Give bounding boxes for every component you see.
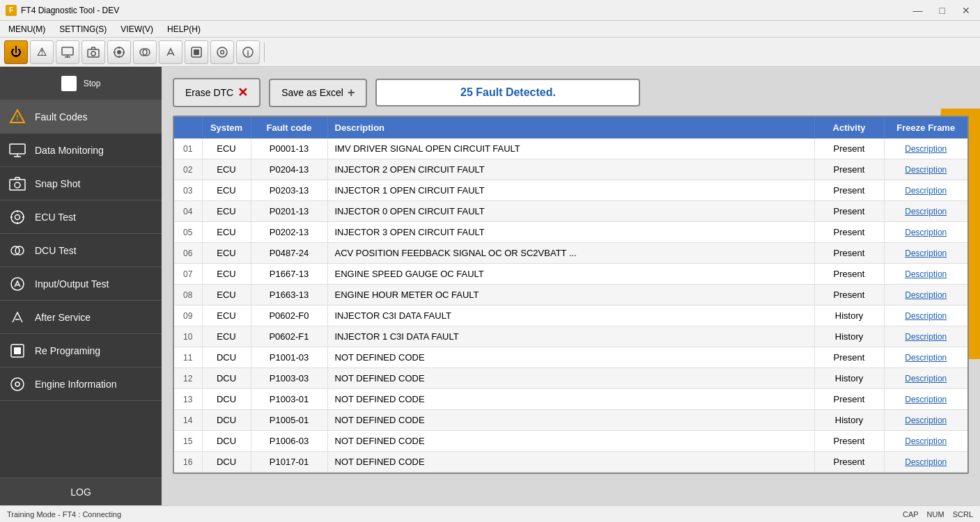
engine-information-icon <box>7 374 28 395</box>
table-row[interactable]: 11 DCU P1001-03 NOT DEFINED CODE Present… <box>174 347 967 368</box>
cell-freeze[interactable]: Description <box>884 368 967 389</box>
cell-description: INJECTOR 1 OPEN CIRCUIT FAULT <box>327 180 814 201</box>
ecu-test-button[interactable] <box>107 40 131 64</box>
cell-freeze[interactable]: Description <box>884 306 967 326</box>
cell-freeze[interactable]: Description <box>884 201 967 222</box>
table-row[interactable]: 03 ECU P0203-13 INJECTOR 1 OPEN CIRCUIT … <box>174 180 967 201</box>
sidebar-item-fault-codes[interactable]: ! Fault Codes <box>0 100 162 134</box>
cell-freeze[interactable]: Description <box>884 452 967 473</box>
freeze-frame-link[interactable]: Description <box>905 416 947 425</box>
freeze-frame-link[interactable]: Description <box>905 290 947 300</box>
maximize-button[interactable]: □ <box>935 3 949 17</box>
table-row[interactable]: 16 DCU P1017-01 NOT DEFINED CODE Present… <box>174 452 967 473</box>
cell-freeze[interactable]: Description <box>884 159 967 180</box>
freeze-frame-link[interactable]: Description <box>905 186 947 196</box>
table-row[interactable]: 08 ECU P1663-13 ENGINE HOUR METER OC FAU… <box>174 285 967 306</box>
svg-point-6 <box>117 50 121 54</box>
cell-freeze[interactable]: Description <box>884 285 967 306</box>
io-test-button[interactable] <box>159 40 182 64</box>
cell-num: 13 <box>174 389 202 410</box>
erase-dtc-button[interactable]: Erase DTC ✕ <box>173 78 260 107</box>
table-row[interactable]: 01 ECU P0001-13 IMV DRIVER SIGNAL OPEN C… <box>174 139 967 159</box>
table-row[interactable]: 10 ECU P0602-F1 INJECTOR 1 C3I DATA FAUL… <box>174 326 967 347</box>
table-row[interactable]: 14 DCU P1005-01 NOT DEFINED CODE History… <box>174 410 967 431</box>
freeze-frame-link[interactable]: Description <box>905 353 947 363</box>
cell-system: ECU <box>202 264 251 285</box>
menu-menu[interactable]: MENU(M) <box>3 23 51 35</box>
cell-system: ECU <box>202 326 251 347</box>
freeze-frame-link[interactable]: Description <box>905 311 947 321</box>
freeze-frame-link[interactable]: Description <box>905 165 947 175</box>
menu-view[interactable]: VIEW(V) <box>115 23 159 35</box>
table-row[interactable]: 13 DCU P1003-01 NOT DEFINED CODE Present… <box>174 389 967 410</box>
menu-help[interactable]: HELP(H) <box>162 23 206 35</box>
num-indicator: NUM <box>927 510 944 519</box>
power-button[interactable]: ⏻ <box>4 40 28 64</box>
freeze-frame-link[interactable]: Description <box>905 228 947 237</box>
dcu-test-button[interactable] <box>133 40 157 64</box>
cell-num: 02 <box>174 159 202 180</box>
cell-freeze[interactable]: Description <box>884 326 967 347</box>
sidebar-item-engine-information[interactable]: Engine Information <box>0 367 162 401</box>
freeze-frame-link[interactable]: Description <box>905 269 947 279</box>
table-row[interactable]: 04 ECU P0201-13 INJECTOR 0 OPEN CIRCUIT … <box>174 201 967 222</box>
minimize-button[interactable]: — <box>909 3 927 17</box>
cell-fault-code: P0204-13 <box>251 159 327 180</box>
svg-rect-21 <box>10 144 25 154</box>
status-text: Training Mode - FT4 : Connecting <box>7 510 121 519</box>
warning-button[interactable]: ⚠ <box>30 40 54 64</box>
menu-bar: MENU(M) SETTING(S) VIEW(V) HELP(H) <box>0 21 980 38</box>
sidebar-item-re-programing[interactable]: Re Programing <box>0 334 162 367</box>
fault-detected-text: 25 Fault Detected. <box>460 86 556 99</box>
table-row[interactable]: 02 ECU P0204-13 INJECTOR 2 OPEN CIRCUIT … <box>174 159 967 180</box>
cell-freeze[interactable]: Description <box>884 410 967 431</box>
sidebar-item-data-monitoring[interactable]: Data Monitoring <box>0 134 162 167</box>
monitor-button[interactable] <box>56 40 79 64</box>
cell-freeze[interactable]: Description <box>884 347 967 368</box>
sidebar-item-snap-shot[interactable]: Snap Shot <box>0 167 162 200</box>
cell-fault-code: P0203-13 <box>251 180 327 201</box>
cell-freeze[interactable]: Description <box>884 222 967 243</box>
table-row[interactable]: 09 ECU P0602-F0 INJECTOR C3I DATA FAULT … <box>174 306 967 326</box>
cell-activity: Present <box>814 139 884 159</box>
freeze-frame-link[interactable]: Description <box>905 436 947 446</box>
menu-settings[interactable]: SETTING(S) <box>54 23 112 35</box>
engine-information-label: Engine Information <box>35 379 117 390</box>
cell-freeze[interactable]: Description <box>884 139 967 159</box>
log-button[interactable]: LOG <box>0 477 162 505</box>
sidebar: Stop ! Fault Codes Data Monitoring Snap … <box>0 67 162 505</box>
freeze-frame-link[interactable]: Description <box>905 374 947 383</box>
sidebar-item-dcu-test[interactable]: DCU Test <box>0 234 162 267</box>
cell-freeze[interactable]: Description <box>884 431 967 452</box>
table-row[interactable]: 07 ECU P1667-13 ENGINE SPEED GAUGE OC FA… <box>174 264 967 285</box>
info-button[interactable]: i <box>236 40 260 64</box>
cell-freeze[interactable]: Description <box>884 264 967 285</box>
sidebar-item-after-service[interactable]: After Service <box>0 301 162 334</box>
stop-button[interactable]: Stop <box>0 67 162 100</box>
cell-fault-code: P0202-13 <box>251 222 327 243</box>
table-row[interactable]: 06 ECU P0487-24 ACV POSITION FEEDBACK SI… <box>174 243 967 264</box>
camera-button[interactable] <box>81 40 105 64</box>
freeze-frame-link[interactable]: Description <box>905 332 947 342</box>
table-row[interactable]: 15 DCU P1006-03 NOT DEFINED CODE Present… <box>174 431 967 452</box>
cell-freeze[interactable]: Description <box>884 243 967 264</box>
reprog-button[interactable] <box>185 40 208 64</box>
cell-freeze[interactable]: Description <box>884 180 967 201</box>
freeze-frame-link[interactable]: Description <box>905 395 947 404</box>
table-row[interactable]: 05 ECU P0202-13 INJECTOR 3 OPEN CIRCUIT … <box>174 222 967 243</box>
settings2-button[interactable] <box>210 40 234 64</box>
svg-point-39 <box>11 378 24 390</box>
freeze-frame-link[interactable]: Description <box>905 144 947 154</box>
close-button[interactable]: ✕ <box>958 3 974 17</box>
freeze-frame-link[interactable]: Description <box>905 207 947 216</box>
save-excel-button[interactable]: Save as Excel + <box>269 79 367 107</box>
table-row[interactable]: 12 DCU P1003-03 NOT DEFINED CODE History… <box>174 368 967 389</box>
freeze-frame-link[interactable]: Description <box>905 248 947 258</box>
cell-activity: Present <box>814 347 884 368</box>
cell-fault-code: P1017-01 <box>251 452 327 473</box>
sidebar-item-ecu-test[interactable]: ECU Test <box>0 200 162 234</box>
cell-freeze[interactable]: Description <box>884 389 967 410</box>
sidebar-item-io-test[interactable]: Input/Output Test <box>0 267 162 301</box>
app-title: FT4 Diagnostic Tool - DEV <box>21 6 119 15</box>
freeze-frame-link[interactable]: Description <box>905 457 947 467</box>
